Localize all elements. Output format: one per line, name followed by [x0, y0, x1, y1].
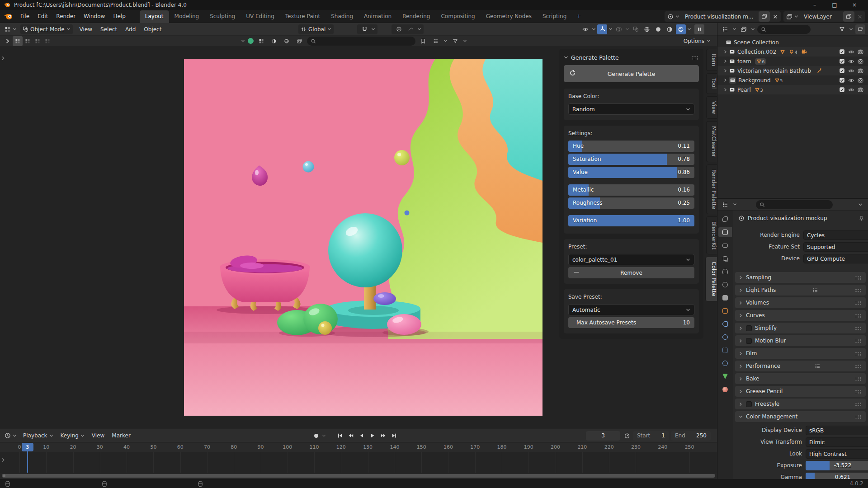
blenderkit-category-icon[interactable] — [248, 38, 254, 44]
minimize-button[interactable]: – — [805, 0, 825, 10]
section-drag-dots-icon[interactable] — [855, 276, 862, 280]
section-drag-dots-icon[interactable] — [855, 352, 862, 356]
tool-options-dropdown[interactable]: Options — [684, 38, 711, 44]
snap-chevron-icon[interactable] — [371, 27, 375, 31]
selectability-checkbox-icon[interactable] — [839, 87, 845, 93]
properties-tab[interactable] — [719, 214, 731, 224]
scene-browse-button[interactable] — [665, 11, 682, 22]
xray-toggle-icon[interactable] — [631, 24, 641, 34]
section-expand-icon[interactable] — [739, 288, 743, 292]
section-collapse-icon[interactable] — [739, 415, 743, 419]
gizmo-toggle-icon[interactable] — [597, 24, 607, 34]
mode-dropdown[interactable]: Object Mode — [20, 24, 73, 34]
section-header[interactable]: Film — [735, 348, 866, 359]
playhead[interactable]: 3 — [22, 443, 33, 473]
sidebar-tab[interactable]: Tool — [706, 73, 717, 94]
properties-tab[interactable] — [719, 358, 731, 368]
section-drag-dots-icon[interactable] — [855, 377, 862, 381]
object-visibility-icon[interactable] — [580, 24, 590, 34]
viewport-3d[interactable]: Object Mode View Select Add Object Globa… — [0, 23, 717, 429]
workspace-tab[interactable]: Geometry Nodes — [481, 10, 537, 23]
expand-icon[interactable] — [721, 69, 729, 73]
outliner-row[interactable]: foam 6 — [717, 56, 868, 66]
section-header[interactable]: Grease Pencil — [735, 386, 866, 397]
select-mode-set-icon[interactable] — [13, 36, 23, 46]
properties-editor-chevron-icon[interactable] — [733, 202, 737, 206]
outliner-row[interactable]: Collection.002 4 — [717, 47, 868, 56]
properties-tab[interactable] — [719, 385, 731, 394]
asset-list-icon[interactable] — [431, 36, 441, 46]
workspace-tab[interactable]: Animation — [359, 10, 397, 23]
auto-keying-button[interactable] — [311, 431, 321, 441]
new-scene-button[interactable] — [759, 11, 770, 22]
menubar-item[interactable]: Window — [80, 10, 109, 23]
section-checkbox[interactable] — [746, 325, 752, 331]
disable-render-camera-icon[interactable] — [858, 58, 863, 64]
next-keyframe-button[interactable] — [379, 431, 388, 440]
section-expand-icon[interactable] — [739, 364, 743, 368]
section-header[interactable]: Volumes — [735, 297, 866, 308]
expand-icon[interactable] — [721, 50, 729, 54]
select-mode-extend-icon[interactable] — [23, 36, 33, 46]
section-menu-icon[interactable] — [815, 363, 821, 369]
properties-tab[interactable] — [719, 267, 731, 277]
menubar-item[interactable]: Edit — [33, 10, 52, 23]
section-drag-dots-icon[interactable] — [855, 301, 862, 305]
workspace-tab[interactable]: Texture Paint — [280, 10, 326, 23]
sidebar-tab[interactable]: View — [706, 96, 717, 119]
falloff-chevron-icon[interactable] — [417, 27, 421, 31]
disable-render-camera-icon[interactable] — [858, 49, 863, 55]
proportional-edit-icon[interactable] — [394, 24, 404, 34]
remove-viewlayer-button[interactable] — [854, 11, 865, 22]
outliner-row-scene-collection[interactable]: Scene Collection — [717, 38, 868, 47]
workspace-tab[interactable]: Modeling — [169, 10, 205, 23]
bookmark-icon[interactable] — [418, 36, 428, 46]
remove-preset-button[interactable]: — Remove — [568, 267, 694, 278]
outliner-filter-icon[interactable] — [837, 24, 847, 34]
section-drag-dots-icon[interactable] — [855, 288, 862, 292]
blenderkit-category-chevron-icon[interactable] — [241, 39, 245, 43]
section-expand-icon[interactable] — [739, 314, 743, 318]
device-dropdown[interactable]: GPU Compute — [803, 254, 868, 263]
falloff-icon[interactable] — [406, 24, 415, 34]
properties-tab[interactable] — [719, 253, 731, 263]
section-expand-icon[interactable] — [739, 389, 743, 394]
blender-menu-icon[interactable] — [4, 13, 13, 20]
outliner-filter-chevron-icon[interactable] — [849, 27, 853, 31]
blenderkit-hdr-icon[interactable] — [294, 36, 304, 46]
shading-chevron-icon[interactable] — [687, 27, 691, 31]
selectability-checkbox-icon[interactable] — [839, 49, 845, 55]
properties-search-input[interactable] — [756, 200, 833, 209]
section-header[interactable]: Simplify — [735, 323, 866, 333]
delete-scene-button[interactable] — [770, 11, 781, 22]
section-menu-icon[interactable] — [812, 287, 818, 293]
keying-chevron-icon[interactable] — [322, 434, 326, 438]
hide-viewport-eye-icon[interactable] — [848, 77, 854, 84]
properties-tab[interactable] — [719, 319, 731, 329]
section-expand-icon[interactable] — [739, 326, 743, 330]
jump-to-start-button[interactable] — [335, 431, 344, 440]
viewlayer-name-field[interactable]: ViewLayer — [801, 11, 843, 22]
scene-name-field[interactable]: Product visualization m... — [682, 11, 758, 22]
shading-wireframe-icon[interactable] — [642, 24, 652, 34]
sidebar-tab[interactable]: Color Palette — [705, 257, 717, 301]
selectability-checkbox-icon[interactable] — [839, 68, 845, 74]
gizmo-chevron-icon[interactable] — [609, 27, 613, 31]
properties-tab[interactable] — [718, 227, 732, 237]
hide-viewport-eye-icon[interactable] — [848, 49, 854, 55]
properties-tab[interactable] — [719, 280, 731, 290]
workspace-tab[interactable]: Shading — [326, 10, 359, 23]
base-color-dropdown[interactable]: Random — [568, 103, 694, 115]
filter-chevron-icon[interactable] — [463, 39, 467, 43]
expand-icon[interactable] — [721, 59, 729, 63]
section-header[interactable]: Sampling — [735, 272, 866, 283]
setting-slider[interactable]: Value 0.86 — [568, 167, 694, 178]
panel-collapse-icon[interactable] — [564, 55, 568, 60]
frame-start-field[interactable]: Start1 — [633, 431, 669, 441]
section-header[interactable]: Curves — [735, 310, 866, 321]
properties-editor[interactable]: Product visualization mockup Render Engi… — [717, 199, 868, 479]
play-reverse-button[interactable] — [357, 431, 366, 440]
section-drag-dots-icon[interactable] — [855, 364, 862, 368]
pause-render-button[interactable] — [694, 24, 704, 34]
frame-end-field[interactable]: End250 — [671, 431, 711, 441]
